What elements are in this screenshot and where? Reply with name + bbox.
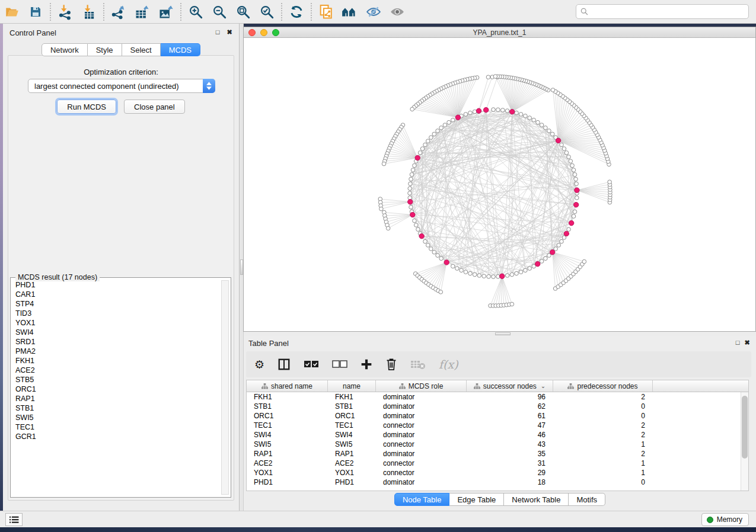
export-image-icon[interactable] xyxy=(154,2,178,22)
memory-label: Memory xyxy=(717,515,742,524)
duplicate-network-icon[interactable] xyxy=(314,2,338,22)
tab-node-table[interactable]: Node Table xyxy=(394,493,450,506)
table-row[interactable]: SWI5SWI5connector431 xyxy=(247,440,748,449)
table-row[interactable]: YOX1YOX1connector291 xyxy=(247,468,748,477)
mcds-result-item[interactable]: ACE2 xyxy=(11,366,220,375)
column-header-predecessor-nodes[interactable]: predecessor nodes xyxy=(553,380,653,392)
export-network-icon[interactable] xyxy=(107,2,130,22)
float-panel-icon[interactable]: □ xyxy=(213,28,222,36)
close-panel-icon[interactable]: ✖ xyxy=(743,338,751,347)
add-column-icon[interactable] xyxy=(361,355,372,373)
import-table-icon[interactable] xyxy=(77,2,101,22)
table-cell: YOX1 xyxy=(328,468,376,477)
tab-style[interactable]: Style xyxy=(88,43,122,56)
splitter-handle[interactable] xyxy=(495,332,511,335)
show-all-icon[interactable] xyxy=(385,2,409,22)
column-header-MCDS-role[interactable]: MCDS role xyxy=(376,380,467,392)
table-row[interactable]: SWI4SWI4dominator462 xyxy=(247,430,748,440)
mcds-result-item[interactable]: SWI5 xyxy=(11,413,220,422)
deselect-all-rows-icon[interactable] xyxy=(332,355,347,373)
table-cell: PHD1 xyxy=(328,477,376,487)
show-columns-icon[interactable] xyxy=(277,355,291,373)
mcds-result-item[interactable]: STP4 xyxy=(11,299,220,309)
mcds-result-scrollbar[interactable] xyxy=(221,280,229,495)
task-history-button[interactable] xyxy=(5,513,23,526)
first-neighbors-icon[interactable] xyxy=(338,2,362,22)
mcds-result-item[interactable]: RAP1 xyxy=(11,394,220,403)
hide-selected-icon[interactable] xyxy=(362,2,385,22)
mcds-result-item[interactable]: GCR1 xyxy=(11,432,220,441)
mcds-result-item[interactable]: YOX1 xyxy=(11,318,220,328)
refresh-view-icon[interactable] xyxy=(285,2,308,22)
control-panel-title: Control Panel xyxy=(9,28,56,37)
mcds-result-item[interactable]: TID3 xyxy=(11,309,220,318)
control-panel: Control Panel □ ✖ NetworkStyleSelectMCDS… xyxy=(3,24,239,511)
table-cell: YOX1 xyxy=(247,468,328,477)
mcds-result-item[interactable]: ORC1 xyxy=(11,384,220,394)
control-panel-tabs: NetworkStyleSelectMCDS xyxy=(3,43,239,56)
zoom-in-icon[interactable] xyxy=(184,2,208,22)
table-row[interactable]: PHD1PHD1dominator180 xyxy=(247,477,748,487)
table-cell: 2 xyxy=(553,449,653,459)
scrollbar-thumb[interactable] xyxy=(742,396,748,459)
table-cell: connector xyxy=(376,421,467,430)
optimization-criterion-select[interactable]: largest connected component (undirected) xyxy=(28,79,215,93)
mcds-result-item[interactable]: SRD1 xyxy=(11,337,220,347)
mcds-result-item[interactable]: CAR1 xyxy=(11,290,220,299)
network-canvas[interactable] xyxy=(244,38,755,331)
close-panel-button[interactable]: Close panel xyxy=(124,100,185,114)
network-graph xyxy=(244,38,755,331)
mcds-result-item[interactable]: PHD1 xyxy=(11,280,220,290)
node-table[interactable]: shared namenameMCDS rolesuccessor nodes⌄… xyxy=(246,380,749,491)
tab-motifs[interactable]: Motifs xyxy=(569,493,605,506)
export-table-icon[interactable] xyxy=(130,2,154,22)
close-panel-icon[interactable]: ✖ xyxy=(225,28,234,36)
network-window-titlebar[interactable]: YPA_prune.txt_1 xyxy=(244,27,755,38)
column-header-shared-name[interactable]: shared name xyxy=(247,380,328,392)
open-file-icon[interactable] xyxy=(0,2,24,22)
import-network-icon[interactable] xyxy=(53,2,77,22)
memory-status-icon xyxy=(707,517,713,523)
table-cell: STB1 xyxy=(247,402,328,411)
table-row[interactable]: ORC1ORC1dominator610 xyxy=(247,411,748,421)
table-row[interactable]: FKH1FKH1dominator962 xyxy=(247,392,748,402)
table-scrollbar[interactable] xyxy=(741,392,748,491)
zoom-fit-icon[interactable] xyxy=(231,2,255,22)
run-mcds-button[interactable]: Run MCDS xyxy=(57,100,116,114)
column-header-successor-nodes[interactable]: successor nodes⌄ xyxy=(467,380,553,392)
zoom-out-icon[interactable] xyxy=(208,2,231,22)
table-options-icon[interactable]: ⚙ xyxy=(254,355,264,373)
horizontal-splitter[interactable] xyxy=(244,332,756,336)
search-input[interactable] xyxy=(576,4,749,19)
mcds-result-item[interactable]: FKH1 xyxy=(11,356,220,366)
mcds-result-item[interactable]: STB1 xyxy=(11,403,220,413)
column-hierarchy-icon xyxy=(261,383,268,389)
tab-network-table[interactable]: Network Table xyxy=(504,493,569,506)
table-cell: 0 xyxy=(553,402,653,411)
delete-selected-icon[interactable] xyxy=(385,355,397,373)
select-all-rows-icon[interactable] xyxy=(304,355,319,373)
table-row[interactable]: RAP1RAP1dominator352 xyxy=(247,449,748,459)
node-table-header: shared namenameMCDS rolesuccessor nodes⌄… xyxy=(247,380,748,392)
mcds-result-item[interactable]: PMA2 xyxy=(11,347,220,356)
table-row[interactable]: TEC1TEC1connector472 xyxy=(247,421,748,430)
table-cell: dominator xyxy=(376,402,467,411)
desktop-wallpaper-strip xyxy=(0,527,756,532)
save-session-icon[interactable] xyxy=(24,2,47,22)
mcds-result-item[interactable]: STB5 xyxy=(11,375,220,384)
tab-network[interactable]: Network xyxy=(42,43,88,56)
mcds-result-item[interactable]: SWI4 xyxy=(11,328,220,337)
tab-edge-table[interactable]: Edge Table xyxy=(449,493,504,506)
zoom-selected-icon[interactable] xyxy=(255,2,279,22)
table-cell: 31 xyxy=(467,459,553,468)
memory-button[interactable]: Memory xyxy=(701,513,749,526)
tab-select[interactable]: Select xyxy=(122,43,161,56)
table-row[interactable]: STB1STB1dominator620 xyxy=(247,402,748,411)
tab-mcds[interactable]: MCDS xyxy=(161,43,200,56)
toolbar-separator xyxy=(50,3,51,21)
mcds-result-item[interactable]: TEC1 xyxy=(11,422,220,432)
column-header-name[interactable]: name xyxy=(328,380,376,392)
table-row[interactable]: ACE2ACE2connector311 xyxy=(247,459,748,468)
float-panel-icon[interactable]: □ xyxy=(733,338,742,347)
mcds-result-list[interactable]: PHD1CAR1STP4TID3YOX1SWI4SRD1PMA2FKH1ACE2… xyxy=(11,280,220,495)
